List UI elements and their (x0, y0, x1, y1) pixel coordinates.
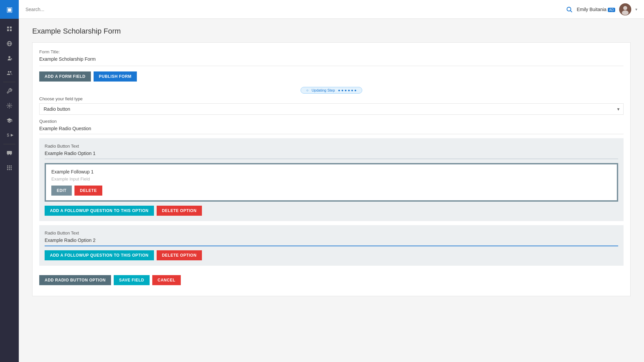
user-dropdown-icon[interactable]: ▾ (635, 7, 637, 12)
progress-ghost-text: ○ Updating Step ● ● ● ● ● ● (306, 88, 357, 92)
field-type-label: Choose your field type (39, 96, 624, 101)
sidebar-item-dollar[interactable]: $ (0, 128, 19, 143)
sidebar-divider-1 (3, 82, 15, 82)
form-container: Form Title: Example Scholarship Form ADD… (32, 42, 631, 296)
sidebar-item-education[interactable] (0, 113, 19, 128)
form-title-label: Form Title: (39, 49, 624, 54)
svg-line-26 (571, 10, 572, 12)
field-type-section: ○ Updating Step ● ● ● ● ● ● Choose your … (39, 87, 624, 285)
svg-rect-20 (9, 167, 10, 168)
followup-inner-1: Example Followup 1 Example Input Field E… (46, 164, 617, 200)
add-field-button[interactable]: ADD A FORM FIELD (39, 71, 91, 82)
sidebar-item-build[interactable] (0, 98, 19, 113)
search-area (25, 7, 566, 12)
sidebar-item-globe[interactable] (0, 36, 19, 51)
svg-point-28 (623, 6, 627, 10)
radio-option-2: Radio Button Text Example Radio Option 2… (39, 225, 624, 266)
sidebar-item-dashboard[interactable] (0, 21, 19, 36)
field-type-select-wrapper: Radio button Text input Checkbox Dropdow… (39, 103, 624, 115)
radio-option-2-value: Example Radio Option 2 (45, 238, 618, 246)
svg-rect-3 (10, 30, 12, 31)
avatar[interactable] (619, 3, 631, 15)
svg-point-29 (622, 10, 629, 15)
username-text: Emily Buitania (577, 7, 606, 12)
followup-placeholder-1: Example Input Field (51, 176, 611, 182)
sidebar-item-person[interactable] (0, 51, 19, 66)
bottom-actions: ADD RADIO BUTTON OPTION SAVE FIELD CANCE… (39, 271, 624, 285)
add-followup-option-1-button[interactable]: ADD A FOLLOWUP QUESTION TO THIS OPTION (45, 206, 154, 216)
sidebar-divider-2 (3, 144, 15, 144)
content-area: Example Scholarship Form Form Title: Exa… (19, 19, 644, 362)
svg-point-8 (8, 71, 10, 73)
svg-rect-1 (10, 27, 12, 28)
sidebar-item-people[interactable] (0, 66, 19, 81)
save-field-button[interactable]: SAVE FIELD (114, 275, 150, 285)
add-followup-option-2-button[interactable]: ADD A FOLLOWUP QUESTION TO THIS OPTION (45, 250, 154, 260)
question-value: Example Radio Question (39, 126, 624, 134)
progress-bar-ghost: ○ Updating Step ● ● ● ● ● ● (301, 87, 362, 94)
main-area: Emily BuitaniaAD ▾ Example Scholarship F… (19, 0, 644, 362)
svg-rect-17 (9, 165, 10, 166)
svg-marker-12 (11, 134, 13, 137)
svg-rect-2 (7, 30, 9, 31)
svg-point-7 (8, 56, 10, 58)
delete-option-1-button[interactable]: DELETE OPTION (157, 206, 202, 216)
svg-rect-23 (9, 169, 10, 170)
sidebar-item-bus[interactable] (0, 146, 19, 160)
edit-followup-button[interactable]: EDIT (51, 186, 72, 196)
option-2-actions: ADD A FOLLOWUP QUESTION TO THIS OPTION D… (45, 250, 618, 260)
field-type-select[interactable]: Radio button Text input Checkbox Dropdow… (39, 103, 624, 115)
svg-rect-22 (7, 169, 8, 170)
user-badge: AD (608, 8, 615, 12)
svg-rect-19 (7, 167, 8, 168)
radio-option-1-label: Radio Button Text (45, 144, 618, 149)
topbar-right: Emily BuitaniaAD ▾ (566, 3, 637, 15)
radio-option-1: Radio Button Text Example Radio Option 1… (39, 138, 624, 221)
topbar: Emily BuitaniaAD ▾ (19, 0, 644, 19)
svg-rect-18 (11, 165, 12, 166)
svg-point-15 (10, 154, 11, 155)
app-logo[interactable]: ▣ (0, 0, 19, 19)
svg-rect-16 (7, 165, 8, 166)
svg-point-10 (9, 105, 10, 107)
form-title-value: Example Scholarship Form (39, 56, 624, 66)
search-input[interactable] (25, 7, 126, 12)
svg-point-9 (10, 71, 12, 73)
svg-point-25 (567, 7, 571, 11)
followup-title-1: Example Followup 1 (51, 169, 611, 174)
add-radio-button[interactable]: ADD RADIO BUTTON OPTION (39, 275, 111, 285)
sidebar: ▣ $ (0, 0, 19, 362)
logo-icon: ▣ (6, 5, 13, 13)
progress-ghost: ○ Updating Step ● ● ● ● ● ● (39, 87, 624, 94)
svg-text:$: $ (7, 133, 9, 138)
cancel-button[interactable]: CANCEL (152, 275, 181, 285)
delete-option-2-button[interactable]: DELETE OPTION (157, 250, 202, 260)
svg-rect-0 (7, 27, 9, 28)
delete-followup-button[interactable]: DELETE (74, 186, 102, 196)
page-title: Example Scholarship Form (32, 27, 631, 36)
svg-rect-24 (11, 169, 12, 170)
form-action-row: ADD A FORM FIELD PUBLISH FORM (39, 71, 624, 82)
svg-point-14 (8, 154, 9, 155)
followup-card-1: Example Followup 1 Example Input Field E… (45, 163, 618, 202)
username-label: Emily BuitaniaAD (577, 7, 615, 12)
publish-form-button[interactable]: PUBLISH FORM (94, 71, 137, 82)
sidebar-item-tools[interactable] (0, 84, 19, 98)
radio-option-1-value: Example Radio Option 1 (45, 151, 618, 159)
sidebar-item-grid[interactable] (0, 160, 19, 175)
svg-rect-21 (11, 167, 12, 168)
question-label: Question (39, 119, 624, 124)
followup-actions-1: EDIT DELETE (51, 186, 611, 196)
option-1-actions: ADD A FOLLOWUP QUESTION TO THIS OPTION D… (45, 206, 618, 216)
search-button[interactable] (566, 6, 573, 13)
radio-option-2-label: Radio Button Text (45, 230, 618, 236)
